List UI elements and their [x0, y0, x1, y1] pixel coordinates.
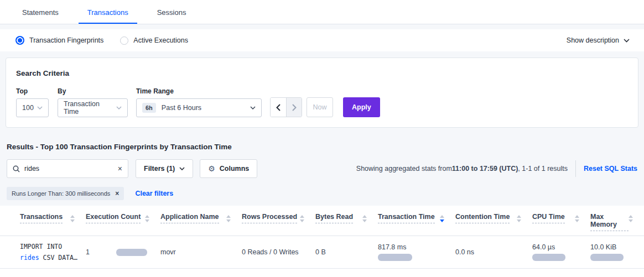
table-row[interactable]: IMPORT INTOrides CSV DATA…1movr0 Reads /…	[0, 236, 644, 269]
sort-icon[interactable]	[517, 213, 521, 222]
cell-rows-processed: 0 Reads / 0 Writes	[242, 248, 315, 256]
filter-tag: Runs Longer Than: 300 milliseconds ×	[7, 187, 124, 200]
sort-desc-arrow	[226, 219, 231, 222]
sort-icon[interactable]	[575, 213, 579, 222]
sort-icon[interactable]	[226, 213, 231, 222]
time-range-badge: 6h	[142, 103, 156, 113]
value-bar	[590, 254, 624, 261]
time-range-select[interactable]: 6h Past 6 Hours	[136, 98, 262, 117]
search-icon	[13, 165, 20, 173]
radio-selected-icon[interactable]	[15, 36, 24, 45]
radio-unselected-icon[interactable]	[120, 36, 128, 45]
by-label: By	[58, 87, 128, 95]
time-window-pager	[270, 97, 302, 117]
gear-icon: ⚙	[208, 164, 215, 173]
top-control: Top 100	[16, 87, 49, 117]
columns-button-label: Columns	[220, 165, 249, 173]
by-control: By Transaction Time	[58, 87, 128, 117]
cell-application-name: movr	[160, 248, 242, 256]
value-bar	[378, 254, 412, 261]
results-heading: Results - Top 100 Transaction Fingerprin…	[7, 143, 637, 151]
cell-contention-time: 0.0 ns	[455, 248, 532, 256]
search-criteria-title: Search Criteria	[16, 69, 628, 77]
chevron-down-icon	[179, 167, 185, 170]
search-criteria-panel: Search Criteria Top 100 By Transaction T…	[6, 58, 638, 128]
active-filters-row: Runs Longer Than: 300 milliseconds × Cle…	[7, 187, 637, 200]
column-header-bytes-read: Bytes Read	[315, 213, 378, 231]
sort-desc-arrow	[440, 219, 444, 222]
column-header-label[interactable]: Bytes Read	[315, 213, 353, 223]
apply-button[interactable]: Apply	[343, 97, 380, 117]
next-time-window-button[interactable]	[286, 98, 302, 117]
column-header-label[interactable]: Application Name	[160, 213, 219, 223]
tab-transactions[interactable]: Transactions	[79, 8, 137, 24]
time-range-control: Time Range 6h Past 6 Hours	[136, 87, 262, 117]
view-mode-radio-group: Transaction Fingerprints Active Executio…	[15, 36, 188, 45]
sort-icon[interactable]	[440, 213, 444, 222]
sort-icon[interactable]	[300, 213, 304, 222]
now-button[interactable]: Now	[307, 97, 333, 117]
transaction-fingerprint-link[interactable]: IMPORT INTOrides CSV DATA…	[20, 241, 86, 263]
sort-desc-arrow	[629, 219, 633, 222]
column-header-application-name: Application Name	[160, 213, 242, 231]
column-header-label[interactable]: Transactions	[20, 213, 63, 223]
radio-transaction-fingerprints[interactable]: Transaction Fingerprints	[15, 36, 103, 45]
sort-asc-arrow	[226, 215, 231, 218]
filters-button[interactable]: Filters (1)	[136, 159, 193, 178]
column-header-execution-count: Execution Count	[86, 213, 160, 231]
sort-icon[interactable]	[629, 213, 633, 222]
sort-icon[interactable]	[362, 213, 367, 222]
aggregated-stats-text: Showing aggregated stats from 11:00 to 1…	[356, 165, 568, 173]
clear-search-icon[interactable]: ×	[118, 165, 122, 173]
sort-asc-arrow	[575, 215, 579, 218]
results-controls: × Filters (1) ⚙ Columns Showing aggregat…	[7, 159, 637, 178]
tab-sessions[interactable]: Sessions	[148, 8, 195, 24]
value-bar	[116, 249, 147, 256]
search-box[interactable]: ×	[7, 159, 128, 178]
table-header-row: TransactionsExecution CountApplication N…	[0, 213, 644, 231]
column-header-label[interactable]: Max Memory	[590, 213, 629, 231]
sql-table-link[interactable]: rides	[20, 254, 39, 262]
chevron-down-icon	[116, 106, 122, 109]
column-header-label[interactable]: CPU Time	[532, 213, 565, 223]
sort-icon[interactable]	[70, 213, 75, 222]
column-header-label[interactable]: Transaction Time	[378, 213, 435, 223]
sort-desc-arrow	[517, 219, 521, 222]
stats-suffix: , 1-1 of 1 results	[518, 165, 568, 173]
top-select-value: 100	[22, 104, 37, 112]
column-header-contention-time: Contention Time	[455, 213, 532, 231]
search-input[interactable]	[24, 165, 113, 173]
by-select[interactable]: Transaction Time	[58, 98, 128, 117]
remove-filter-icon[interactable]: ×	[115, 190, 119, 197]
radio-active-executions[interactable]: Active Executions	[120, 36, 188, 45]
stats-time-range: 11:00 to 17:59 (UTC)	[452, 165, 518, 173]
value-bar	[532, 254, 565, 261]
columns-button[interactable]: ⚙ Columns	[200, 159, 257, 178]
cell-transactions: IMPORT INTOrides CSV DATA…	[20, 241, 86, 263]
column-header-transactions: Transactions	[20, 213, 86, 231]
top-select[interactable]: 100	[16, 98, 49, 117]
radio-label: Active Executions	[133, 36, 188, 44]
previous-time-window-button[interactable]	[271, 98, 286, 117]
radio-label: Transaction Fingerprints	[29, 36, 103, 44]
reset-sql-stats-link[interactable]: Reset SQL Stats	[584, 165, 637, 173]
column-header-label[interactable]: Execution Count	[86, 213, 141, 223]
chevron-right-icon	[292, 104, 297, 111]
results-table: TransactionsExecution CountApplication N…	[0, 206, 644, 277]
filters-button-label: Filters (1)	[144, 165, 175, 173]
show-description-label: Show description	[567, 36, 619, 44]
filter-tag-label: Runs Longer Than: 300 milliseconds	[12, 190, 110, 197]
cell-max-memory: 10.0 KiB	[590, 243, 644, 261]
clear-filters-link[interactable]: Clear filters	[135, 190, 173, 197]
show-description-toggle[interactable]: Show description	[567, 36, 630, 44]
sort-desc-arrow	[300, 219, 304, 222]
column-header-transaction-time: Transaction Time	[378, 213, 455, 231]
time-range-label: Time Range	[136, 87, 262, 95]
chevron-left-icon	[276, 104, 281, 111]
chevron-down-icon	[624, 39, 630, 43]
cell-transaction-time: 817.8 ms	[378, 243, 455, 261]
column-header-label[interactable]: Rows Processed	[242, 213, 297, 223]
sort-icon[interactable]	[145, 213, 149, 222]
tab-statements[interactable]: Statements	[13, 8, 67, 24]
column-header-label[interactable]: Contention Time	[455, 213, 510, 223]
